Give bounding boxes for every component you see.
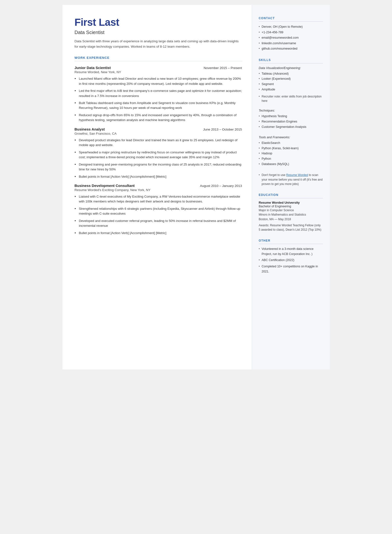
list-item: Reduced signup drop-offs from 65% to 15%… [75, 113, 242, 123]
skills-list-0: Tableau (Advanced) Looker (Experienced) … [259, 71, 323, 93]
contact-section: CONTACT Denver, OH (Open to Remote) +1-2… [259, 17, 323, 52]
list-item: Designed training and peer-mentoring pro… [75, 162, 242, 172]
list-item: Databases (MySQL) [259, 162, 323, 167]
job-2: Business Analyst June 2013 – October 201… [75, 127, 242, 179]
skills-list-2: ElasticSearch Python (Keras, Scikit-lear… [259, 140, 323, 167]
skills-list-1: Hypothesis Testing Recommendation Engine… [259, 114, 323, 130]
skills-category-0: Data Visualization/Engineering: [259, 66, 323, 70]
list-item: Recommendation Engines [259, 119, 323, 124]
job-3-header: Business Development Consultant August 2… [75, 184, 242, 188]
list-item: Bullet points in format [Action Verb] [A… [75, 231, 242, 236]
list-item: github.com/resumeworded [259, 46, 323, 52]
job-1-header: Junior Data Scientist November 2015 – Pr… [75, 66, 242, 70]
skills-group-1: Techniques: Hypothesis Testing Recommend… [259, 109, 323, 130]
education-section: EDUCATION Resume Worded University Bache… [259, 193, 323, 232]
job-2-company: Growthsi, San Francisco, CA [75, 132, 242, 135]
skills-category-2: Tools and Frameworks: [259, 136, 323, 139]
list-item: Python (Keras, Scikit-learn) [259, 146, 323, 151]
other-list: Volunteered in a 3-month data science Pr… [259, 246, 323, 274]
list-item: Led the first major effort to A/B test t… [75, 88, 242, 98]
list-item: Developed product strategies for lead Di… [75, 138, 242, 148]
left-column: First Last Data Scientist Data Scientist… [62, 5, 252, 369]
job-2-bullets: Developed product strategies for lead Di… [75, 138, 242, 179]
job-title-header: Data Scientist [75, 30, 242, 35]
job-1-bullets: Launched Miami office with lead Director… [75, 76, 242, 123]
list-item: Hadoop [259, 151, 323, 156]
list-item: Hypothesis Testing [259, 114, 323, 119]
resume-worded-link[interactable]: Resume Worded [286, 173, 308, 177]
other-section: OTHER Volunteered in a 3-month data scie… [259, 239, 323, 274]
list-item: Built Tableau dashboard using data from … [75, 101, 242, 111]
education-label: EDUCATION [259, 193, 323, 198]
contact-list: Denver, OH (Open to Remote) +1-234-456-7… [259, 24, 323, 52]
edu-awards: Awards: Resume Worded Teaching Fellow (o… [259, 223, 323, 232]
skills-group-2: Tools and Frameworks: ElasticSearch Pyth… [259, 136, 323, 167]
job-2-header: Business Analyst June 2013 – October 201… [75, 127, 242, 131]
list-item: Tableau (Advanced) [259, 71, 323, 77]
list-item: +1-234-456-789 [259, 30, 323, 35]
list-item: Developed and executed customer referral… [75, 219, 242, 228]
list-item: Launched Miami office with lead Director… [75, 76, 242, 86]
skills-category-1: Techniques: [259, 109, 323, 112]
job-1: Junior Data Scientist November 2015 – Pr… [75, 66, 242, 123]
skills-note-0: Recruiter note: enter skills from job de… [259, 94, 323, 103]
work-experience-section: WORK EXPERIENCE Junior Data Scientist No… [75, 56, 242, 236]
list-item: Strengthened relationships with 6 strate… [75, 206, 242, 216]
skills-section: SKILLS Data Visualization/Engineering: T… [259, 58, 323, 186]
edu-location-date: Boston, MA — May 2018 [259, 217, 323, 222]
summary-text: Data Scientist with three years of exper… [75, 39, 242, 49]
skills-link-note: Don't forget to use Resume Worded to sca… [259, 173, 323, 186]
job-3-title: Business Development Consultant [75, 184, 135, 188]
job-1-title: Junior Data Scientist [75, 66, 111, 70]
list-item: Denver, OH (Open to Remote) [259, 24, 323, 30]
list-item: Segment [259, 82, 323, 87]
job-3-company: Resume Worded's Exciting Company, New Yo… [75, 188, 242, 192]
job-1-dates: November 2015 – Present [204, 66, 242, 70]
right-column: CONTACT Denver, OH (Open to Remote) +1-2… [252, 5, 330, 369]
list-item: Volunteered in a 3-month data science Pr… [259, 246, 323, 257]
edu-major: Major in Computer Science [259, 208, 323, 213]
other-label: OTHER [259, 239, 323, 244]
edu-minors: Minors in Mathematics and Statistics [259, 212, 323, 217]
list-item: Bullet points in format [Action Verb] [A… [75, 174, 242, 179]
edu-degree: Bachelor of Engineering [259, 205, 323, 208]
list-item: email@resumeworded.com [259, 35, 323, 41]
resume-container: First Last Data Scientist Data Scientist… [62, 5, 330, 369]
list-item: Spearheaded a major pricing restructure … [75, 150, 242, 160]
work-experience-title: WORK EXPERIENCE [75, 56, 242, 61]
list-item: Liaised with C-level executives of My Ex… [75, 194, 242, 204]
list-item: Looker (Experienced) [259, 76, 323, 82]
list-item: Completed 10+ competitions on Kaggle in … [259, 264, 323, 274]
list-item: Python [259, 156, 323, 162]
contact-label: CONTACT [259, 17, 323, 22]
skills-label: SKILLS [259, 58, 323, 63]
name: First Last [75, 17, 242, 28]
list-item: Customer Segmentation Analysis [259, 124, 323, 130]
job-3: Business Development Consultant August 2… [75, 184, 242, 236]
skills-group-0: Data Visualization/Engineering: Tableau … [259, 66, 323, 103]
job-2-dates: June 2013 – October 2015 [203, 128, 242, 131]
job-2-title: Business Analyst [75, 127, 105, 131]
list-item: ABC Certification (2022) [259, 258, 323, 263]
list-item: ElasticSearch [259, 140, 323, 146]
edu-school: Resume Worded University [259, 201, 323, 204]
job-3-bullets: Liaised with C-level executives of My Ex… [75, 194, 242, 236]
job-3-dates: August 2010 – January 2013 [200, 184, 242, 188]
list-item: Amplitude [259, 87, 323, 92]
job-1-company: Resume Worded, New York, NY [75, 70, 242, 74]
list-item: linkedin.com/in/username [259, 41, 323, 46]
